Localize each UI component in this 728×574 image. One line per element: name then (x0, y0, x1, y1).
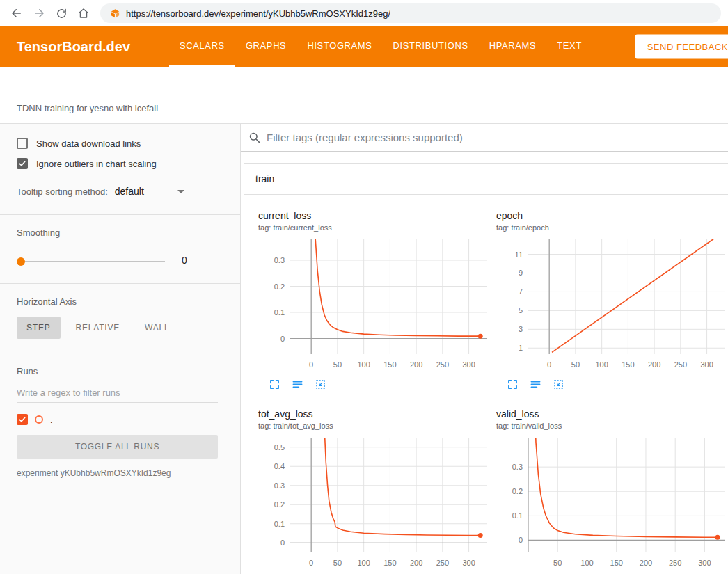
show-download-links-checkbox[interactable] (17, 138, 28, 149)
svg-text:9: 9 (519, 269, 523, 277)
svg-text:50: 50 (571, 360, 580, 369)
run-name: . (50, 415, 53, 425)
show-download-links-row[interactable]: Show data download links (17, 138, 218, 149)
browser-toolbar: https://tensorboard.dev/experiment/yKUbh… (0, 0, 728, 26)
svg-text:200: 200 (648, 360, 660, 369)
svg-text:0.2: 0.2 (512, 487, 523, 495)
fit-domain-icon[interactable] (314, 378, 326, 390)
expand-chart-icon[interactable] (506, 378, 519, 390)
axis-button-relative[interactable]: RELATIVE (66, 317, 130, 339)
smoothing-slider-row (17, 253, 218, 269)
tooltip-sorting-label: Tooltip sorting method: (17, 186, 108, 197)
svg-text:0.1: 0.1 (274, 520, 285, 528)
line-chart-tot_avg_loss[interactable]: 05010015020025030000.10.20.30.40.5 (258, 434, 491, 573)
horizontal-axis-buttons: STEPRELATIVEWALL (17, 317, 218, 339)
reload-icon[interactable] (52, 3, 71, 23)
toggle-all-runs-button[interactable]: TOGGLE ALL RUNS (17, 435, 218, 459)
smoothing-slider-knob[interactable] (17, 257, 25, 266)
svg-text:0: 0 (280, 335, 285, 343)
axis-button-wall[interactable]: WALL (135, 317, 179, 339)
experiment-title: TDNN training for yesno with icefall (17, 103, 158, 113)
line-chart-valid_loss[interactable]: 5010015020025030000.10.20.3 (496, 434, 728, 573)
svg-text:150: 150 (622, 360, 634, 369)
svg-text:0.4: 0.4 (274, 462, 285, 470)
expand-chart-icon[interactable] (268, 378, 280, 390)
svg-text:0.2: 0.2 (274, 282, 285, 291)
svg-text:5: 5 (519, 306, 523, 314)
tab-distributions[interactable]: DISTRIBUTIONS (383, 26, 479, 67)
svg-text:300: 300 (698, 559, 711, 567)
smoothing-label: Smoothing (17, 228, 218, 238)
experiment-caption: experiment yKUbhb5wRmOSXYkId1z9eg (17, 468, 218, 478)
svg-text:100: 100 (357, 360, 370, 369)
svg-text:0.1: 0.1 (512, 511, 523, 520)
url-text: https://tensorboard.dev/experiment/yKUbh… (126, 8, 390, 19)
svg-text:250: 250 (669, 559, 681, 567)
svg-text:11: 11 (515, 250, 523, 259)
chart-tag: tag: train/epoch (496, 223, 726, 232)
train-section-header[interactable]: train (244, 164, 728, 195)
svg-text:0.2: 0.2 (274, 500, 285, 509)
divider (0, 214, 240, 215)
svg-text:300: 300 (462, 360, 475, 369)
fit-domain-icon[interactable] (552, 378, 564, 390)
runs-filter-input[interactable] (17, 383, 218, 403)
settings-sidebar: Show data download links Ignore outliers… (0, 124, 241, 574)
search-icon (248, 131, 261, 144)
series-line (552, 236, 718, 352)
tab-scalars[interactable]: SCALARS (169, 26, 235, 67)
data-table-icon[interactable] (529, 378, 541, 390)
address-bar[interactable]: https://tensorboard.dev/experiment/yKUbh… (100, 3, 721, 23)
data-table-icon[interactable] (291, 378, 303, 390)
svg-text:0: 0 (280, 539, 285, 547)
svg-text:1: 1 (519, 344, 523, 352)
svg-text:200: 200 (410, 360, 422, 369)
svg-text:300: 300 (462, 559, 475, 567)
tensorboard-favicon-icon (110, 8, 120, 19)
chart-title: epoch (496, 210, 726, 221)
svg-text:100: 100 (580, 559, 593, 567)
tab-hparams[interactable]: HPARAMS (479, 26, 547, 67)
app-logo: TensorBoard.dev (17, 39, 130, 55)
line-chart-current_loss[interactable]: 05010015020025030000.10.20.3 (258, 236, 491, 375)
filter-tags-input[interactable] (267, 131, 728, 143)
run-row[interactable]: . (17, 414, 218, 425)
tab-histograms[interactable]: HISTOGRAMS (296, 26, 382, 67)
header-tabs: SCALARSGRAPHSHISTOGRAMSDISTRIBUTIONSHPAR… (169, 26, 592, 67)
chart-card-tot_avg_loss: tot_avg_losstag: train/tot_avg_loss05010… (250, 400, 488, 574)
back-icon[interactable] (7, 3, 26, 23)
main-panel: train current_losstag: train/current_los… (241, 124, 728, 574)
home-icon[interactable] (74, 3, 93, 23)
smoothing-value-input[interactable] (180, 253, 218, 269)
run-color-swatch-icon (35, 415, 43, 424)
svg-text:7: 7 (519, 287, 523, 296)
svg-text:0.1: 0.1 (274, 308, 285, 317)
series-line (533, 434, 718, 537)
svg-text:150: 150 (383, 559, 396, 567)
line-chart-epoch[interactable]: 0501001502002503001357911 (496, 236, 728, 375)
experiment-title-strip: TDNN training for yesno with icefall (0, 67, 728, 124)
svg-text:250: 250 (436, 360, 449, 369)
chart-tag: tag: train/current_loss (258, 223, 488, 232)
svg-text:3: 3 (519, 325, 523, 333)
ignore-outliers-row[interactable]: Ignore outliers in chart scaling (17, 158, 218, 169)
svg-text:0: 0 (547, 360, 551, 369)
run-checkbox[interactable] (17, 414, 28, 425)
send-feedback-button[interactable]: SEND FEEDBACK (635, 35, 728, 59)
tab-graphs[interactable]: GRAPHS (235, 26, 297, 67)
tooltip-sorting-select[interactable]: default (115, 186, 184, 200)
forward-icon[interactable] (29, 3, 49, 23)
chart-title: valid_loss (496, 408, 726, 420)
svg-text:150: 150 (610, 559, 623, 567)
svg-text:50: 50 (333, 559, 342, 567)
series-endpoint-dot (478, 533, 483, 538)
svg-text:0: 0 (309, 360, 313, 369)
svg-text:200: 200 (410, 559, 422, 567)
tab-text[interactable]: TEXT (546, 26, 592, 67)
horizontal-axis-label: Horizontal Axis (17, 296, 218, 307)
smoothing-slider-track[interactable] (25, 261, 165, 262)
ignore-outliers-checkbox[interactable] (17, 158, 28, 169)
svg-text:50: 50 (333, 360, 342, 369)
tooltip-sorting-value: default (115, 186, 144, 197)
axis-button-step[interactable]: STEP (17, 317, 61, 339)
